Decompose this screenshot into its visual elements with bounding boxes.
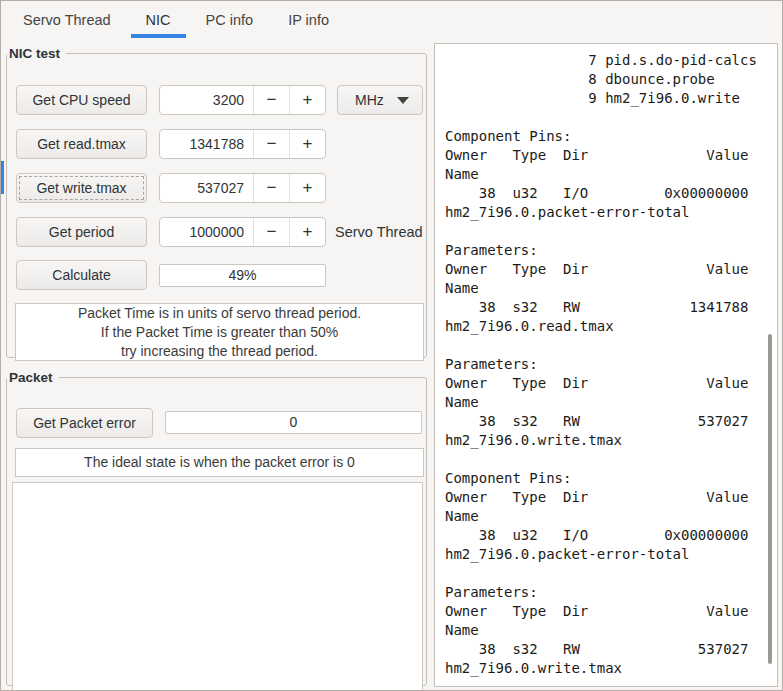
period-spinbox: 1000000 − +: [159, 217, 326, 247]
hint-line: If the Packet Time is greater than 50%: [101, 323, 338, 342]
vertical-scrollbar[interactable]: [768, 334, 772, 664]
hal-output-text: 7 pid.s.do-pid-calcs 8 dbounce.probe 9 h…: [445, 51, 757, 678]
read-tmax-spinbox: 1341788 − +: [159, 129, 326, 159]
cpu-speed-spinbox: 3200 − +: [159, 85, 326, 115]
minus-button[interactable]: −: [253, 218, 289, 246]
hint-line: try increasing the thread period.: [121, 342, 318, 361]
plus-button[interactable]: +: [289, 218, 325, 246]
app-window: Servo Thread NIC PC info IP info NIC tes…: [0, 0, 783, 691]
servo-thread-label: Servo Thread: [335, 224, 423, 240]
tab-label: Servo Thread: [23, 12, 111, 28]
cpu-speed-value[interactable]: 3200: [160, 86, 253, 114]
get-read-tmax-button[interactable]: Get read.tmax: [16, 129, 147, 159]
get-packet-error-button[interactable]: Get Packet error: [16, 408, 153, 438]
minus-button[interactable]: −: [253, 174, 289, 202]
tab-bar: Servo Thread NIC PC info IP info: [1, 1, 782, 39]
plus-button[interactable]: +: [289, 130, 325, 158]
write-tmax-value[interactable]: 537027: [160, 174, 253, 202]
packet-group: Packet Get Packet error 0 The ideal stat…: [6, 370, 427, 686]
packet-error-field[interactable]: 0: [165, 411, 422, 434]
tab-servo-thread[interactable]: Servo Thread: [8, 1, 126, 39]
tab-nic[interactable]: NIC: [131, 1, 186, 39]
get-period-button[interactable]: Get period: [16, 217, 147, 247]
chevron-down-icon: [397, 97, 409, 104]
tab-label: PC info: [206, 12, 254, 28]
packet-time-hint: Packet Time is in units of servo thread …: [15, 303, 424, 361]
hint-line: The ideal state is when the packet error…: [84, 453, 355, 472]
get-cpu-speed-button[interactable]: Get CPU speed: [16, 85, 147, 115]
plus-button[interactable]: +: [289, 86, 325, 114]
packet-output-area: [12, 482, 423, 691]
minus-button[interactable]: −: [253, 130, 289, 158]
left-edge-focus-indicator: [1, 161, 4, 194]
unit-dropdown-value: MHz: [355, 92, 384, 108]
minus-button[interactable]: −: [253, 86, 289, 114]
tab-label: IP info: [288, 12, 329, 28]
tab-ip-info[interactable]: IP info: [273, 1, 344, 39]
nic-test-group: NIC test Get CPU speed 3200 − + MHz Get …: [6, 46, 427, 358]
hal-output-panel[interactable]: 7 pid.s.do-pid-calcs 8 dbounce.probe 9 h…: [434, 43, 778, 687]
unit-dropdown[interactable]: MHz: [337, 85, 423, 115]
calculate-button[interactable]: Calculate: [16, 260, 147, 290]
packet-group-title: Packet: [7, 370, 59, 385]
nic-test-group-title: NIC test: [7, 46, 66, 61]
packet-time-percent-field[interactable]: 49%: [159, 264, 326, 287]
packet-error-hint: The ideal state is when the packet error…: [15, 448, 424, 477]
hint-line: Packet Time is in units of servo thread …: [78, 304, 361, 323]
write-tmax-spinbox: 537027 − +: [159, 173, 326, 203]
read-tmax-value[interactable]: 1341788: [160, 130, 253, 158]
plus-button[interactable]: +: [289, 174, 325, 202]
active-tab-indicator: [131, 34, 186, 38]
tab-label: NIC: [146, 12, 171, 28]
period-value[interactable]: 1000000: [160, 218, 253, 246]
tab-pc-info[interactable]: PC info: [191, 1, 269, 39]
get-write-tmax-button[interactable]: Get write.tmax: [16, 173, 147, 203]
